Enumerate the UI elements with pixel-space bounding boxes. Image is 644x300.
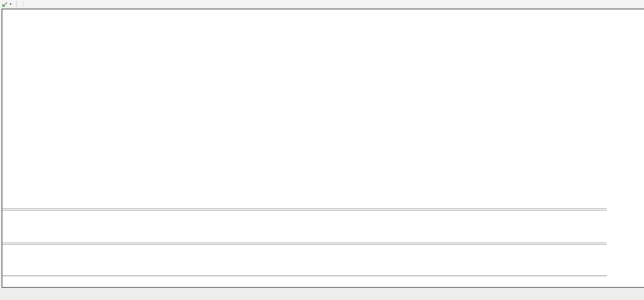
toolbar-separator (24, 1, 24, 7)
chart-tab-bar (0, 289, 644, 300)
toolbar-dropdown-icon[interactable]: ▼ (8, 2, 13, 6)
main-rsi-splitter[interactable] (2, 209, 607, 210)
chart-title (5, 11, 11, 16)
rsi-macd-splitter[interactable] (2, 243, 607, 245)
chart-area[interactable] (3, 9, 607, 276)
date-axis-line (2, 276, 607, 276)
timeframe-toolbar: ▼ (0, 0, 644, 8)
mt4-application: ▼ (0, 0, 644, 300)
toolbar-grip[interactable] (16, 1, 18, 7)
drawing-tool-icon[interactable] (1, 1, 8, 7)
